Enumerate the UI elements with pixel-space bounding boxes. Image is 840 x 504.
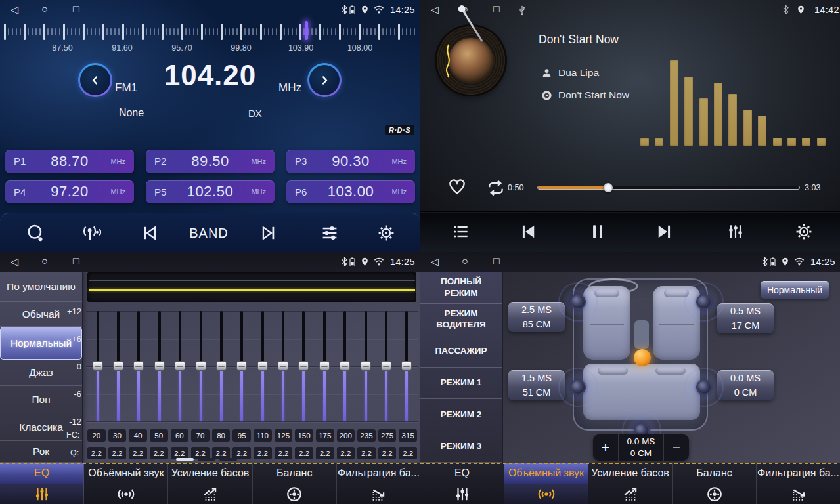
profile-button[interactable]: Нормальный — [761, 281, 829, 299]
recents-icon[interactable]: □ — [493, 3, 500, 15]
recents-icon[interactable]: □ — [73, 3, 79, 15]
slider-handle[interactable] — [319, 361, 330, 371]
tab-bass[interactable]: Усиление басов — [588, 463, 673, 504]
eq-band-slider[interactable] — [376, 311, 396, 421]
slider-handle[interactable] — [113, 361, 123, 371]
next-station-button[interactable] — [254, 219, 283, 247]
eq-band-slider[interactable] — [252, 311, 273, 421]
eq-band-slider[interactable] — [170, 311, 190, 421]
eq-curve-line — [89, 289, 415, 291]
tab-balance[interactable]: Баланс — [253, 463, 337, 504]
recents-icon[interactable]: □ — [493, 255, 500, 267]
favorite-button[interactable] — [447, 176, 468, 197]
home-icon[interactable]: ○ — [41, 3, 48, 15]
broadcast-button[interactable] — [77, 219, 106, 247]
preset-button[interactable]: P497.20MHz — [5, 180, 134, 204]
eq-band-slider[interactable] — [335, 311, 355, 421]
delay-front-left[interactable]: 2.5 MS 85 CM — [508, 302, 565, 332]
mode-item[interactable]: ПОЛНЫЙ РЕЖИМ — [420, 272, 502, 304]
playlist-button[interactable] — [447, 217, 475, 246]
slider-handle[interactable] — [278, 361, 288, 371]
mode-item[interactable]: ПАССАЖИР — [420, 335, 502, 368]
eq-band-slider[interactable] — [314, 311, 334, 421]
delay-rear-right[interactable]: 0.0 MS 0 CM — [717, 370, 774, 400]
tab-surround[interactable]: Объёмный звук — [84, 463, 168, 504]
slider-handle[interactable] — [381, 361, 391, 371]
pause-button[interactable] — [583, 217, 612, 246]
previous-track-button[interactable] — [514, 217, 542, 246]
slider-handle[interactable] — [257, 361, 268, 371]
fc-value: 150 — [295, 429, 313, 442]
eq-band-slider[interactable] — [232, 311, 252, 421]
audio-settings-button[interactable] — [315, 219, 344, 247]
eq-preset-item[interactable]: По умолчанию — [0, 272, 82, 302]
eq-band-slider[interactable] — [273, 311, 293, 421]
eq-band-slider[interactable] — [87, 311, 108, 421]
preset-button[interactable]: P6103.00MHz — [286, 180, 415, 204]
settings-button[interactable] — [789, 217, 818, 246]
eq-band-slider[interactable] — [190, 311, 211, 421]
back-icon[interactable]: ◁ — [11, 3, 18, 16]
slider-handle[interactable] — [216, 361, 227, 371]
home-icon[interactable]: ○ — [462, 255, 468, 267]
preset-unit: MHz — [246, 188, 266, 196]
seek-bar-thumb[interactable] — [604, 183, 613, 192]
back-icon[interactable]: ◁ — [431, 255, 439, 268]
equalizer-button[interactable] — [721, 217, 750, 246]
mode-item[interactable]: РЕЖИМ ВОДИТЕЛЯ — [420, 304, 502, 336]
settings-button[interactable] — [372, 219, 401, 247]
slider-track-top — [343, 311, 346, 362]
mode-item[interactable]: РЕЖИМ 1 — [420, 368, 502, 400]
preset-button[interactable]: P390.30MHz — [286, 150, 415, 173]
prev-station-button[interactable] — [135, 219, 164, 247]
eq-band-slider[interactable] — [294, 311, 314, 421]
slider-handle[interactable] — [361, 361, 371, 371]
band-button[interactable]: BAND — [185, 219, 232, 247]
seek-bar[interactable] — [537, 186, 800, 190]
repeat-button[interactable] — [485, 178, 507, 198]
slider-handle[interactable] — [154, 361, 165, 371]
frequency-ruler[interactable]: 87.5091.6095.7099.80103.90108.00 — [0, 22, 420, 54]
next-track-button[interactable] — [650, 217, 679, 246]
slider-handle[interactable] — [133, 361, 144, 371]
slider-handle[interactable] — [298, 361, 309, 371]
mode-item[interactable]: РЕЖИМ 2 — [420, 399, 502, 431]
preset-button[interactable]: P5102.50MHz — [146, 180, 275, 204]
slider-handle[interactable] — [340, 361, 350, 371]
eq-band-slider[interactable] — [129, 311, 149, 421]
preset-button[interactable]: P188.70MHz — [5, 150, 134, 173]
home-icon[interactable]: ○ — [462, 3, 468, 15]
back-icon[interactable]: ◁ — [11, 255, 18, 268]
tab-filter[interactable]: Фильтрация ба... — [757, 463, 840, 504]
eq-band-slider[interactable] — [211, 311, 231, 421]
seek-down-button[interactable] — [78, 63, 112, 97]
delay-front-right[interactable]: 0.5 MS 17 CM — [717, 303, 774, 333]
mode-item[interactable]: РЕЖИМ 3 — [420, 431, 502, 463]
delay-decrease-button[interactable]: − — [664, 434, 689, 461]
home-icon[interactable]: ○ — [41, 255, 48, 267]
delay-rear-left[interactable]: 1.5 MS 51 CM — [508, 370, 565, 400]
preset-button[interactable]: P289.50MHz — [146, 150, 275, 173]
recents-icon[interactable]: □ — [73, 255, 79, 267]
tab-bass[interactable]: Усиление басов — [168, 463, 252, 504]
tab-eq[interactable]: EQ — [0, 463, 84, 504]
slider-handle[interactable] — [196, 361, 206, 371]
listening-position-indicator[interactable] — [634, 349, 651, 366]
slider-handle[interactable] — [175, 361, 185, 371]
delay-increase-button[interactable]: + — [593, 434, 618, 461]
scan-button[interactable] — [21, 219, 50, 247]
eq-band-slider[interactable] — [355, 311, 376, 421]
eq-band-slider[interactable] — [149, 311, 169, 421]
eq-band-slider[interactable] — [397, 311, 417, 421]
delay-cm: 17 CM — [732, 319, 760, 333]
tab-balance[interactable]: Баланс — [673, 463, 757, 504]
seek-up-button[interactable] — [307, 63, 342, 97]
slider-handle[interactable] — [401, 361, 412, 371]
back-icon[interactable]: ◁ — [431, 3, 439, 16]
tab-surround[interactable]: Объёмный звук — [504, 463, 588, 504]
eq-band-slider[interactable] — [108, 311, 128, 421]
tab-eq[interactable]: EQ — [420, 463, 504, 504]
tab-filter[interactable]: Фильтрация ба... — [337, 463, 420, 504]
slider-handle[interactable] — [236, 361, 247, 371]
slider-handle[interactable] — [93, 361, 103, 371]
